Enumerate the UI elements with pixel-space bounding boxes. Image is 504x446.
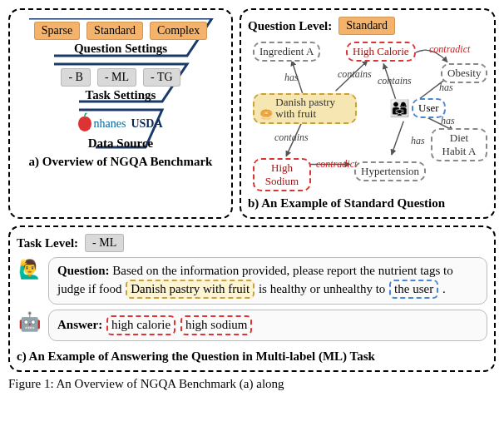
heading-task-settings: Task Settings — [21, 88, 220, 102]
edge-contains-2: contains — [378, 75, 412, 87]
node-high-calorie: High Calorie — [346, 42, 416, 62]
answer-tag-2: high sodium — [180, 315, 253, 335]
tag-complex: Complex — [150, 22, 207, 40]
question-label: Question: — [57, 264, 110, 277]
task-level-label: Task Level: — [17, 236, 78, 250]
question-food-box: Danish pastry with fruit — [126, 280, 254, 300]
edge-has-3: has — [411, 135, 425, 147]
edge-has-1: has — [284, 72, 299, 84]
caption-c: c) An Example of Answering the Question … — [17, 349, 487, 364]
tag-b: - B — [61, 68, 91, 87]
question-tail: . — [442, 282, 446, 295]
edge-contradict-1: contradict — [429, 43, 470, 56]
question-settings-row: Sparse Standard Complex — [21, 22, 220, 40]
data-source-row: nhanes USDA — [21, 116, 220, 131]
answer-tag-1: high calorie — [106, 315, 175, 335]
tag-ml: - ML — [97, 68, 136, 87]
apple-icon — [78, 116, 91, 131]
panel-example-answer: Task Level: - ML 🙋‍♂️ Question: Based on… — [8, 225, 496, 372]
figure-caption: Figure 1: An Overview of NGQA Benchmark … — [8, 377, 496, 391]
edge-has-2: has — [439, 82, 453, 94]
heading-question-settings: Question Settings — [21, 42, 220, 56]
usda-logo: USDA — [131, 117, 162, 131]
task-level-tag: - ML — [85, 234, 124, 252]
edge-has-4: has — [441, 115, 455, 127]
panel-overview: Sparse Standard Complex Question Setting… — [8, 8, 233, 219]
tag-standard: Standard — [86, 22, 143, 40]
node-user: 👨‍👩‍👧 User — [389, 98, 446, 118]
question-user-box: the user — [389, 280, 438, 300]
node-high-sodium: High Sodium — [253, 158, 311, 191]
node-hypertension: Hypertension — [354, 161, 426, 181]
task-settings-row: - B - ML - TG — [21, 68, 220, 87]
robot-icon: 🤖 — [17, 310, 42, 334]
edge-contradict-2: contradict — [316, 158, 357, 171]
question-balloon: Question: Based on the information provi… — [48, 257, 487, 305]
caption-b: b) An Example of Standard Question — [248, 196, 487, 211]
nhanes-logo: nhanes — [78, 116, 126, 131]
tag-tg: - TG — [143, 68, 180, 87]
question-level-tag: Standard — [338, 17, 395, 35]
panel-example-question: Question Level: Standard Ing — [240, 8, 496, 219]
question-level-label: Question Level: — [248, 19, 332, 33]
funnel-diagram: Sparse Standard Complex Question Setting… — [21, 18, 220, 151]
tag-sparse: Sparse — [34, 22, 80, 40]
node-ingredient-a: Ingredient A — [253, 42, 320, 62]
node-diet-habit: Diet Habit A — [431, 128, 487, 161]
person-question-icon: 🙋‍♂️ — [17, 257, 42, 282]
answer-label: Answer: — [57, 318, 102, 331]
answer-balloon: Answer: high calorie high sodium — [48, 310, 487, 341]
svg-line-6 — [392, 121, 403, 155]
edge-contains-3: contains — [274, 131, 309, 144]
nhanes-text: nhanes — [93, 117, 126, 131]
node-danish-pastry: 🥯 Danish pastry with fruit — [253, 93, 357, 124]
node-obesity: Obesity — [441, 63, 487, 83]
heading-data-source: Data Source — [21, 136, 220, 151]
question-text-2: is healthy or unhealthy to — [259, 282, 388, 295]
edge-contains-1: contains — [338, 68, 372, 81]
caption-a: a) Overview of NGQA Benchmark — [29, 155, 213, 169]
